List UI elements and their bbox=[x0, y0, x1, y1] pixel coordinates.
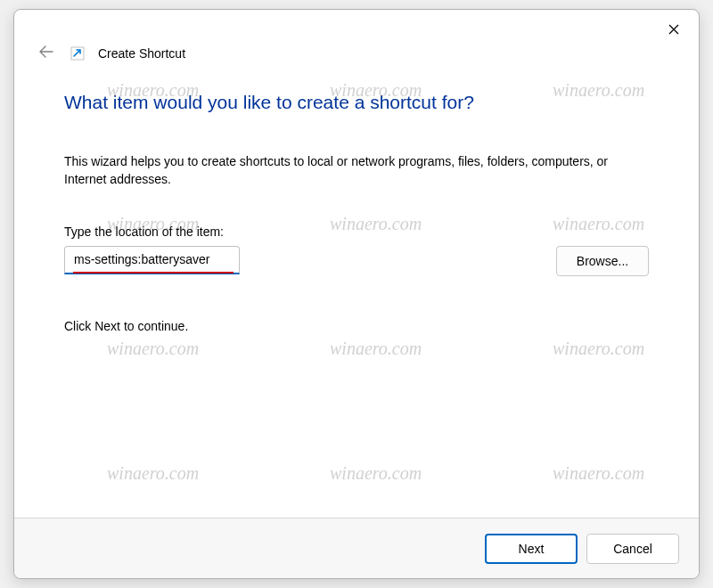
wizard-description: This wizard helps you to create shortcut… bbox=[64, 152, 649, 189]
annotation-underline bbox=[73, 272, 234, 274]
close-button[interactable] bbox=[661, 17, 686, 42]
back-arrow-icon bbox=[39, 45, 53, 58]
back-button[interactable] bbox=[36, 42, 57, 65]
main-heading: What item would you like to create a sho… bbox=[64, 92, 649, 113]
cancel-button[interactable]: Cancel bbox=[586, 534, 679, 564]
close-icon bbox=[668, 24, 679, 35]
content-area: What item would you like to create a sho… bbox=[14, 72, 699, 518]
titlebar bbox=[14, 10, 699, 45]
dialog-footer: Next Cancel bbox=[14, 518, 699, 578]
browse-button[interactable]: Browse... bbox=[556, 246, 649, 276]
location-input[interactable] bbox=[64, 246, 240, 274]
location-field-label: Type the location of the item: bbox=[64, 225, 649, 239]
input-wrapper bbox=[64, 246, 540, 274]
header-row: Create Shortcut bbox=[14, 42, 699, 72]
dialog-title: Create Shortcut bbox=[98, 46, 185, 61]
next-button[interactable]: Next bbox=[485, 534, 578, 564]
create-shortcut-dialog: Create Shortcut What item would you like… bbox=[13, 9, 700, 579]
shortcut-icon bbox=[70, 45, 86, 61]
input-row: Browse... bbox=[64, 246, 649, 276]
continue-hint: Click Next to continue. bbox=[64, 319, 649, 333]
